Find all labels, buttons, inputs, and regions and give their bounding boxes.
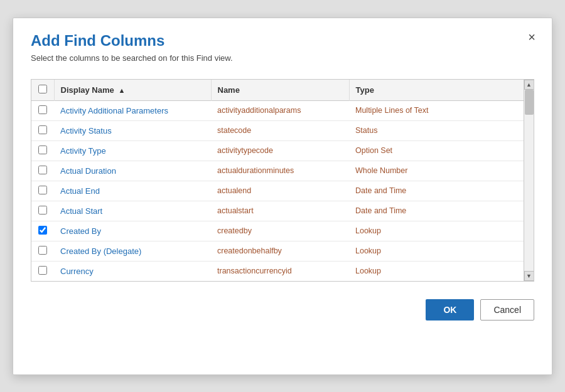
row-checkbox[interactable] [38,146,47,154]
row-display-name: Created By [54,221,211,241]
header-display-name: Display Name ▲ [54,80,211,101]
row-type: Date and Time [349,201,524,221]
row-checkbox-cell [31,201,54,221]
row-name: createdby [211,221,349,241]
row-checkbox-cell [31,100,54,120]
scrollbar[interactable]: ▲ ▼ [524,80,534,281]
row-type: Whole Number [349,161,524,181]
scroll-down-button[interactable]: ▼ [524,271,534,281]
row-checkbox-cell [31,120,54,140]
row-name: transactioncurrencyid [211,261,349,281]
row-checkbox[interactable] [38,246,47,255]
row-type: Date and Time [349,181,524,201]
row-checkbox[interactable] [38,166,47,174]
row-checkbox-cell [31,140,54,161]
row-checkbox[interactable] [38,226,47,235]
row-checkbox[interactable] [38,266,47,275]
dialog-title: Add Find Columns [31,32,534,50]
row-display-name: Actual Start [54,201,211,221]
row-type: Status [349,120,524,140]
row-type: Lookup [349,241,524,261]
dialog-header: Add Find Columns Select the columns to b… [13,18,552,68]
table-row: Activity Additional Parametersactivityad… [31,100,524,120]
table-row: CurrencytransactioncurrencyidLookup [31,261,524,281]
row-type: Multiple Lines of Text [349,100,524,120]
cancel-button[interactable]: Cancel [480,299,534,320]
table-row: Activity StatusstatecodeStatus [31,120,524,140]
row-type: Option Set [349,140,524,161]
row-type: Lookup [349,221,524,241]
columns-table-container: Display Name ▲ Name Type Activity Additi… [31,79,534,282]
row-checkbox-cell [31,161,54,181]
sort-arrow-icon: ▲ [118,87,125,94]
select-all-checkbox[interactable] [38,85,47,93]
add-find-columns-dialog: Add Find Columns Select the columns to b… [13,18,552,375]
header-checkbox-col [31,80,54,101]
row-name: statecode [211,120,349,140]
scroll-thumb[interactable] [525,90,534,115]
dialog-footer: OK Cancel [13,292,552,333]
row-display-name: Created By (Delegate) [54,241,211,261]
row-name: actualend [211,181,349,201]
row-checkbox[interactable] [38,206,47,215]
row-checkbox-cell [31,181,54,201]
row-name: actualstart [211,201,349,221]
table-row: Actual DurationactualdurationminutesWhol… [31,161,524,181]
row-checkbox-cell [31,261,54,281]
table-row: Created BycreatedbyLookup [31,221,524,241]
columns-table: Display Name ▲ Name Type Activity Additi… [31,80,524,281]
scroll-up-button[interactable]: ▲ [524,80,534,90]
row-checkbox[interactable] [38,125,47,134]
row-checkbox[interactable] [38,186,47,194]
table-row: Actual EndactualendDate and Time [31,181,524,201]
row-display-name: Currency [54,261,211,281]
row-type: Lookup [349,261,524,281]
row-display-name: Actual Duration [54,161,211,181]
scroll-track[interactable] [524,90,534,271]
row-checkbox-cell [31,221,54,241]
dialog-subtitle: Select the columns to be searched on for… [31,53,534,63]
table-row: Created By (Delegate)createdonbehalfbyLo… [31,241,524,261]
ok-button[interactable]: OK [426,299,474,320]
row-checkbox[interactable] [38,105,47,114]
row-checkbox-cell [31,241,54,261]
row-name: createdonbehalfby [211,241,349,261]
row-name: activitytypecode [211,140,349,161]
header-name: Name [211,80,349,101]
close-button[interactable]: × [524,29,539,45]
header-type: Type [349,80,524,101]
row-display-name: Activity Type [54,140,211,161]
table-row: Activity TypeactivitytypecodeOption Set [31,140,524,161]
row-display-name: Activity Status [54,120,211,140]
row-name: actualdurationminutes [211,161,349,181]
table-row: Actual StartactualstartDate and Time [31,201,524,221]
row-display-name: Actual End [54,181,211,201]
row-name: activityadditionalparams [211,100,349,120]
row-display-name: Activity Additional Parameters [54,100,211,120]
